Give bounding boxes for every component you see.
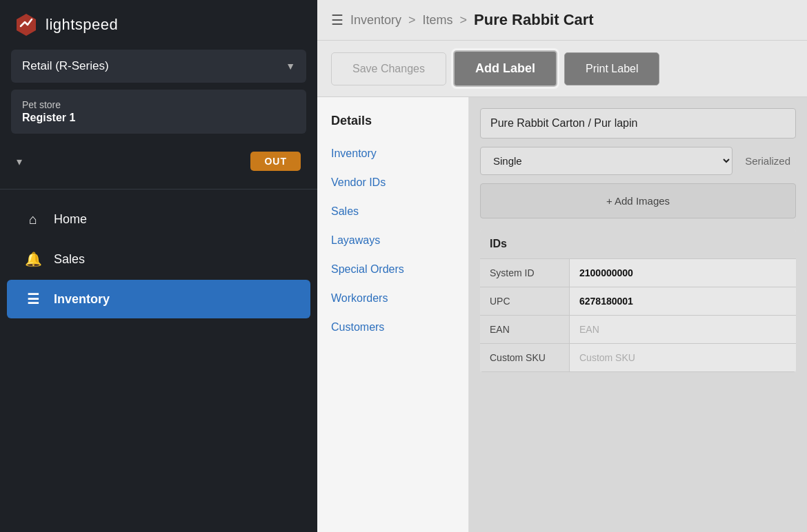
- breadcrumb-items[interactable]: Items: [423, 13, 453, 28]
- sidebar-item-sales[interactable]: 🔔 Sales: [7, 240, 310, 278]
- serialized-label: Serialized: [739, 148, 796, 174]
- custom-sku-value[interactable]: Custom SKU: [570, 344, 796, 371]
- left-nav-inventory[interactable]: Inventory: [317, 139, 468, 168]
- sidebar-item-home[interactable]: ⌂ Home: [7, 201, 310, 238]
- sidebar-divider: [0, 189, 317, 190]
- home-icon: ⌂: [23, 212, 43, 227]
- register-name: Register 1: [22, 112, 295, 124]
- upc-value: 6278180001: [570, 287, 796, 315]
- ean-label: EAN: [480, 316, 570, 343]
- upc-row: UPC 6278180001: [480, 287, 796, 316]
- logo-area: lightspeed: [0, 0, 317, 50]
- ean-row: EAN EAN: [480, 316, 796, 344]
- left-nav: Details Inventory Vendor IDs Sales Layaw…: [317, 97, 469, 532]
- ids-header: IDs: [480, 229, 796, 259]
- left-nav-sales[interactable]: Sales: [317, 197, 468, 226]
- register-info: Pet store Register 1: [11, 90, 306, 134]
- item-name-input[interactable]: [480, 108, 796, 139]
- add-images-button[interactable]: + Add Images: [480, 183, 796, 218]
- breadcrumb-sep1: >: [408, 13, 416, 28]
- upc-label: UPC: [480, 287, 570, 315]
- detail-panel: Single Bundle Box Serialized + Add Image…: [469, 97, 807, 532]
- register-store: Pet store: [22, 99, 295, 110]
- breadcrumb-icon: ☰: [331, 12, 343, 28]
- logo-text: lightspeed: [46, 16, 118, 34]
- item-type-select[interactable]: Single Bundle Box: [480, 147, 733, 175]
- sidebar-item-inventory-label: Inventory: [54, 292, 110, 307]
- left-nav-title: Details: [317, 107, 468, 139]
- sidebar-item-home-label: Home: [54, 212, 87, 227]
- item-type-row: Single Bundle Box Serialized: [480, 147, 796, 175]
- content-area: Details Inventory Vendor IDs Sales Layaw…: [317, 97, 807, 532]
- breadcrumb-bar: ☰ Inventory > Items > Pure Rabbit Cart: [317, 0, 807, 41]
- main-content: ☰ Inventory > Items > Pure Rabbit Cart S…: [317, 0, 807, 532]
- register-arrow-icon: ▾: [17, 155, 22, 168]
- left-nav-layaways[interactable]: Layaways: [317, 226, 468, 255]
- left-nav-workorders[interactable]: Workorders: [317, 284, 468, 313]
- breadcrumb-inventory[interactable]: Inventory: [350, 13, 401, 28]
- toolbar: Save Changes Add Label Print Label: [317, 41, 807, 97]
- ean-value[interactable]: EAN: [570, 316, 796, 343]
- chevron-down-icon: ▼: [286, 61, 295, 72]
- store-selector[interactable]: Retail (R-Series) ▼: [11, 50, 306, 83]
- sidebar-item-inventory[interactable]: ☰ Inventory: [7, 280, 310, 318]
- sidebar-item-sales-label: Sales: [54, 252, 85, 267]
- ids-section: IDs System ID 2100000000 UPC 6278180001 …: [480, 229, 796, 372]
- lightspeed-logo-icon: [14, 12, 39, 37]
- left-nav-special-orders[interactable]: Special Orders: [317, 255, 468, 284]
- add-label-button[interactable]: Add Label: [453, 50, 557, 87]
- system-id-value: 2100000000: [570, 259, 796, 287]
- print-label-button[interactable]: Print Label: [564, 52, 660, 85]
- system-id-row: System ID 2100000000: [480, 259, 796, 287]
- sidebar-nav: ⌂ Home 🔔 Sales ☰ Inventory: [0, 196, 317, 323]
- save-changes-button[interactable]: Save Changes: [331, 52, 446, 85]
- breadcrumb-sep2: >: [460, 13, 468, 28]
- left-nav-vendor-ids[interactable]: Vendor IDs: [317, 168, 468, 197]
- inventory-icon: ☰: [23, 291, 43, 307]
- custom-sku-row: Custom SKU Custom SKU: [480, 344, 796, 372]
- out-badge: OUT: [250, 152, 301, 171]
- custom-sku-label: Custom SKU: [480, 344, 570, 371]
- system-id-label: System ID: [480, 259, 570, 287]
- breadcrumb-current: Pure Rabbit Cart: [474, 11, 594, 29]
- sales-icon: 🔔: [23, 251, 43, 267]
- sidebar: lightspeed Retail (R-Series) ▼ Pet store…: [0, 0, 317, 532]
- register-row: ▾ OUT: [11, 147, 306, 175]
- left-nav-customers[interactable]: Customers: [317, 313, 468, 342]
- svg-marker-0: [17, 14, 36, 36]
- store-selector-label: Retail (R-Series): [22, 59, 109, 73]
